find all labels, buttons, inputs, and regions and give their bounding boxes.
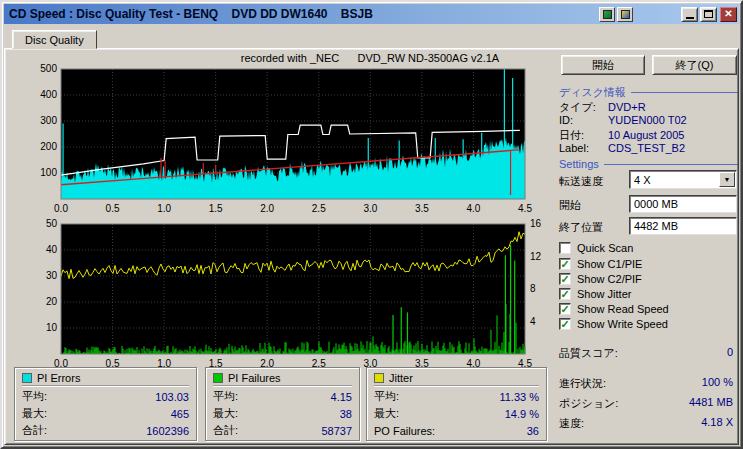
checkbox-label: Show Read Speed [577,303,669,315]
checkbox-box: ✓ [559,273,571,285]
window-title: CD Speed : Disc Quality Test - BENQ DVD … [9,7,597,21]
quality-score-label: 品質スコア: [559,346,618,361]
speed-label: 速度: [559,416,584,431]
stat-label: 最大: [374,406,399,421]
svg-text:200: 200 [40,141,57,152]
checkbox-label: Show C2/PIF [577,273,642,285]
svg-text:400: 400 [40,89,57,100]
svg-text:4.0: 4.0 [466,203,480,214]
transfer-speed-label: 転送速度 [559,174,603,189]
disc-info-title: ディスク情報 [559,85,626,100]
svg-text:0.0: 0.0 [54,203,68,214]
svg-text:300: 300 [40,115,57,126]
checkbox-box: ✓ [559,318,571,330]
checkbox-box: ✓ [559,288,571,300]
titlebar-chart-icon[interactable] [599,7,615,22]
maximize-button[interactable] [700,7,717,22]
tab-disc-quality[interactable]: Disc Quality [12,30,97,49]
close-button[interactable]: ✕ [720,7,737,22]
stat-value: 11.33 % [499,391,539,403]
svg-text:2.5: 2.5 [312,203,326,214]
position-value: 4481 MB [689,396,733,411]
disc-date-value: 10 August 2005 [608,129,684,141]
stat-label: 平均: [374,389,399,404]
speed-row: 速度:4.18 X [559,416,733,431]
checkbox-show-jitter[interactable]: ✓Show Jitter [559,287,735,300]
minimize-button[interactable] [681,7,698,22]
disc-date-label: 日付: [559,128,608,143]
svg-text:12: 12 [530,251,542,262]
check-icon: ✓ [560,304,569,314]
transfer-speed-select[interactable]: 4 X ▼ [629,170,737,189]
disc-date-row: 日付:10 August 2005 [559,128,735,141]
start-button[interactable]: 開始 [561,55,645,75]
quality-score-value: 0 [727,346,733,361]
position-label: ポジション: [559,396,618,411]
disc-type-row: タイプ:DVD+R [559,100,735,113]
section-divider [604,164,738,165]
stat-value: 103.03 [155,391,189,403]
checkbox-label: Show C1/PIE [577,258,642,270]
statbox-header: PI Failures [213,371,352,386]
disc-tool-icon [621,10,630,19]
svg-text:2.0: 2.0 [260,203,274,214]
checkbox-show-read-speed[interactable]: ✓Show Read Speed [559,302,735,315]
exit-button[interactable]: 終了(Q) [652,55,737,75]
checkbox-label: Quick Scan [577,242,633,254]
svg-text:3.5: 3.5 [415,203,429,214]
pi-errors-statbox: PI Errors 平均:103.03 最大:465 合計:1602396 [14,367,197,441]
start-position-input[interactable] [629,195,737,213]
stat-row: PO Failures:36 [374,422,539,439]
svg-text:4: 4 [530,316,536,327]
checkbox-show-c1-pie[interactable]: ✓Show C1/PIE [559,257,735,270]
stat-row: 最大:38 [213,405,352,422]
close-icon: ✕ [724,9,732,19]
disc-type-label: タイプ: [559,100,608,115]
checkbox-box [559,242,571,254]
svg-text:0.5: 0.5 [106,203,120,214]
disc-id-row: ID:YUDEN000 T02 [559,114,735,127]
pi-failures-swatch [213,373,223,383]
disc-id-label: ID: [559,114,608,126]
checkbox-label: Show Write Speed [577,318,668,330]
tab-label: Disc Quality [25,34,84,46]
pi-failures-jitter-chart: 0.00.51.01.52.02.53.03.54.04.51020304050… [5,216,565,370]
svg-text:40: 40 [46,244,58,255]
end-position-label: 終了位置 [559,220,603,235]
svg-text:16: 16 [530,218,542,229]
disc-label-value: CDS_TEST_B2 [608,142,685,154]
checkbox-show-c2-pif[interactable]: ✓Show C2/PIF [559,272,735,285]
svg-text:30: 30 [46,270,58,281]
checkbox-box: ✓ [559,258,571,270]
statbox-title: PI Failures [228,372,281,384]
quality-score-row: 品質スコア:0 [559,346,733,361]
progress-value: 100 % [702,376,733,391]
jitter-swatch [374,373,384,383]
svg-text:8: 8 [530,283,536,294]
titlebar[interactable]: CD Speed : Disc Quality Test - BENQ DVD … [4,4,739,24]
checkbox-show-write-speed[interactable]: ✓Show Write Speed [559,317,735,330]
stat-value: 38 [340,408,352,420]
svg-text:100: 100 [40,167,57,178]
check-icon: ✓ [560,274,569,284]
stat-value: 14.9 % [505,408,539,420]
dropdown-arrow: ▼ [724,176,731,183]
stat-label: 平均: [22,389,47,404]
svg-text:1.0: 1.0 [157,203,171,214]
chevron-down-icon[interactable]: ▼ [719,172,735,187]
stat-label: 平均: [213,389,238,404]
check-icon: ✓ [560,289,569,299]
stat-value: 1602396 [146,425,189,437]
check-icon: ✓ [560,259,569,269]
speed-value: 4.18 X [701,416,733,431]
stat-label: 合計: [213,423,238,438]
checkbox-quick-scan[interactable]: Quick Scan [559,241,735,254]
disc-label-row: Label:CDS_TEST_B2 [559,142,735,155]
end-position-input[interactable] [629,217,737,235]
stat-row: 合計:1602396 [22,422,189,439]
section-divider [631,92,738,93]
main-panel: recorded with _NEC DVD_RW ND-3500AG v2.1… [4,48,739,445]
check-icon: ✓ [560,319,569,329]
green-chart-icon [603,10,612,19]
titlebar-disc-icon[interactable] [617,7,633,22]
